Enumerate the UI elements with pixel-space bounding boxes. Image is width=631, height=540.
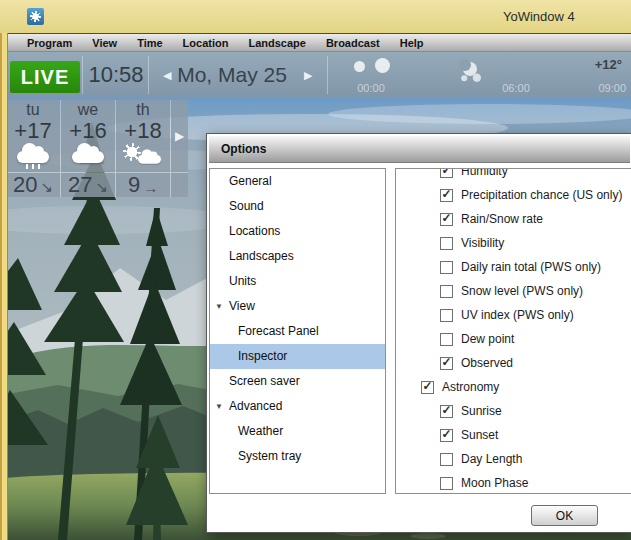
checkbox[interactable]: ✓ xyxy=(440,189,453,202)
checkbox[interactable] xyxy=(440,261,453,274)
sidebar-item-system-tray[interactable]: System tray xyxy=(210,444,385,469)
menu-view[interactable]: View xyxy=(90,37,119,49)
sun-icon xyxy=(30,11,41,22)
window-titlebar[interactable]: YoWindow 4 xyxy=(0,0,631,33)
forecast-expand-button[interactable]: ▶ xyxy=(171,100,188,172)
checkbox[interactable] xyxy=(440,309,453,322)
checkbox-row-rain-snow-rate[interactable]: ✓ Rain/Snow rate xyxy=(396,207,631,231)
date-display[interactable]: Mo, May 25 xyxy=(168,52,296,98)
options-dialog-titlebar[interactable]: Options xyxy=(209,136,630,163)
chevron-down-icon[interactable]: ▼ xyxy=(215,294,223,319)
checkbox[interactable] xyxy=(440,453,453,466)
checkbox-row-snow-level[interactable]: Snow level (PWS only) xyxy=(396,279,631,303)
checkbox[interactable]: ✓ xyxy=(440,213,453,226)
checkbox-row-observed[interactable]: ✓ Observed xyxy=(396,351,631,375)
menu-location[interactable]: Location xyxy=(181,37,231,49)
wind-value: 20 xyxy=(13,172,37,198)
checkbox-label: Moon Phase xyxy=(461,476,528,490)
sidebar-item-inspector[interactable]: Inspector xyxy=(210,344,385,369)
next-day-button[interactable]: ▶ xyxy=(304,52,312,98)
checkbox-row-sunset[interactable]: ✓ Sunset xyxy=(396,423,631,447)
sidebar-item-locations[interactable]: Locations xyxy=(210,219,385,244)
checkbox[interactable]: ✓ xyxy=(421,381,434,394)
checkbox-label: Precipitation chance (US only) xyxy=(461,188,622,202)
checkbox[interactable]: ✓ xyxy=(440,429,453,442)
checkbox-row-precipitation-chance[interactable]: ✓ Precipitation chance (US only) xyxy=(396,183,631,207)
timeline-tick-06[interactable]: 06:00 xyxy=(488,82,544,94)
sidebar-item-advanced[interactable]: ▼Advanced xyxy=(210,394,385,419)
wind-direction-arrow-icon: ↘ xyxy=(95,174,108,196)
checkbox[interactable] xyxy=(440,285,453,298)
day-temp: +17 xyxy=(14,119,51,143)
inspector-options-panel: ✓ Humidity ✓ Precipitation chance (US on… xyxy=(395,168,631,494)
timeline-tick-00[interactable]: 00:00 xyxy=(343,82,399,94)
checkbox-row-astronomy[interactable]: ✓ Astronomy xyxy=(396,375,631,399)
checkbox-label: Snow level (PWS only) xyxy=(461,284,583,298)
sidebar-item-general[interactable]: General xyxy=(210,169,385,194)
day-label: th xyxy=(136,101,149,119)
checkbox-row-dew-point[interactable]: Dew point xyxy=(396,327,631,351)
menubar: Program View Time Location Landscape Bro… xyxy=(0,33,631,52)
forecast-value-thursday: 9 → xyxy=(116,173,170,197)
cloud-icon xyxy=(61,143,115,167)
menu-help[interactable]: Help xyxy=(398,37,426,49)
menu-time[interactable]: Time xyxy=(135,37,164,49)
checkbox-label: Visibility xyxy=(461,236,504,250)
clock-display: 10:58 xyxy=(82,52,150,98)
wind-direction-arrow-icon: → xyxy=(143,175,158,196)
window-left-border xyxy=(0,33,8,540)
checkbox[interactable]: ✓ xyxy=(440,357,453,370)
yowindow-app-icon[interactable] xyxy=(27,8,44,25)
menu-broadcast[interactable]: Broadcast xyxy=(324,37,382,49)
checkbox-row-moon-phase[interactable]: Moon Phase xyxy=(396,471,631,494)
menu-landscape[interactable]: Landscape xyxy=(246,37,307,49)
checkbox[interactable] xyxy=(440,477,453,490)
forecast-day-tuesday[interactable]: tu +17 xyxy=(6,100,60,172)
checkbox-row-visibility[interactable]: Visibility xyxy=(396,231,631,255)
live-button[interactable]: LIVE xyxy=(10,61,80,93)
sidebar-item-label: View xyxy=(229,299,255,313)
toolbar-separator xyxy=(82,56,83,94)
sidebar-item-weather[interactable]: Weather xyxy=(210,419,385,444)
yowindow-app-window: YoWindow 4 Program View Time Location La… xyxy=(0,0,631,540)
checkbox-row-uv-index[interactable]: UV index (PWS only) xyxy=(396,303,631,327)
wind-value: 27 xyxy=(68,172,92,198)
forecast-value-wednesday: 27 ↘ xyxy=(61,173,115,197)
toolbar: LIVE 10:58 ◀ Mo, May 25 ▶ 00:00 06:00 +1… xyxy=(8,52,631,100)
day-label: we xyxy=(78,101,98,119)
ok-button[interactable]: OK xyxy=(531,505,598,526)
forecast-value-tuesday: 20 ↘ xyxy=(6,173,60,197)
sidebar-item-landscapes[interactable]: Landscapes xyxy=(210,244,385,269)
checkbox-row-daily-rain-total[interactable]: Daily rain total (PWS only) xyxy=(396,255,631,279)
checkbox[interactable] xyxy=(440,237,453,250)
sidebar-item-forecast-panel[interactable]: Forecast Panel xyxy=(210,319,385,344)
forecast-day-wednesday[interactable]: we +16 xyxy=(61,100,115,172)
check-icon: ✓ xyxy=(441,405,451,416)
checkbox[interactable]: ✓ xyxy=(440,168,453,178)
check-icon: ✓ xyxy=(441,357,451,368)
sidebar-item-units[interactable]: Units xyxy=(210,269,385,294)
chevron-down-icon[interactable]: ▼ xyxy=(215,394,223,419)
forecast-day-thursday[interactable]: th +18 xyxy=(116,100,170,172)
checkbox-row-sunrise[interactable]: ✓ Sunrise xyxy=(396,399,631,423)
toolbar-separator xyxy=(148,56,149,94)
checkbox-label: UV index (PWS only) xyxy=(461,308,574,322)
checkbox-label: Rain/Snow rate xyxy=(461,212,543,226)
checkbox[interactable] xyxy=(440,333,453,346)
menu-program[interactable]: Program xyxy=(25,37,74,49)
sidebar-item-sound[interactable]: Sound xyxy=(210,194,385,219)
checkbox-row-humidity[interactable]: ✓ Humidity xyxy=(396,168,631,183)
day-temp: +18 xyxy=(124,119,161,143)
checkbox-row-day-length[interactable]: Day Length xyxy=(396,447,631,471)
day-label: tu xyxy=(26,101,39,119)
checkbox-label: Dew point xyxy=(461,332,514,346)
wind-value: 9 xyxy=(128,172,140,198)
wind-direction-arrow-icon: ↘ xyxy=(40,174,53,196)
sidebar-item-view[interactable]: ▼View xyxy=(210,294,385,319)
sidebar-item-screen-saver[interactable]: Screen saver xyxy=(210,369,385,394)
forecast-panel: tu +17 we +16 th +18 ▶ 20 ↘ 27 ↘ 9 → xyxy=(6,100,188,197)
checkbox-label: Sunset xyxy=(461,428,498,442)
check-icon: ✓ xyxy=(441,168,451,176)
timeline-tick-09[interactable]: 09:00 xyxy=(598,82,626,94)
checkbox[interactable]: ✓ xyxy=(440,405,453,418)
